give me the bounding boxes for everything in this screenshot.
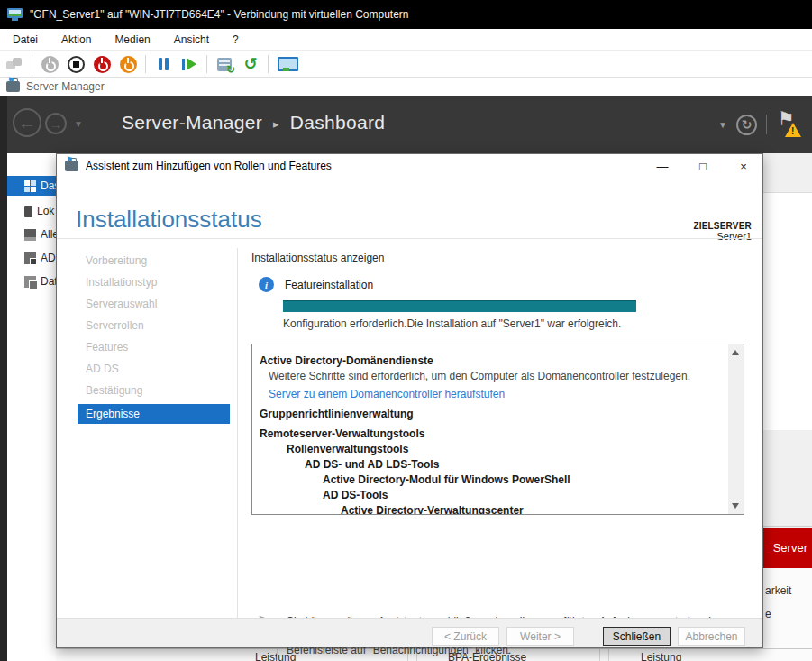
minimize-icon[interactable]: — bbox=[656, 160, 669, 173]
server-manager-icon bbox=[6, 81, 20, 92]
screen: "GFN_Server1" auf "WIN-JTI7TD664E4" - Ve… bbox=[0, 0, 812, 661]
wizard-nav-item: Serverauswahl bbox=[78, 293, 230, 315]
menu-medien[interactable]: Medien bbox=[114, 33, 150, 46]
toolbar-separator bbox=[268, 55, 269, 73]
server-manager-header: ← → ▼ Server-Manager ▸ Dashboard ▼ ↻ ⚑! bbox=[0, 96, 812, 153]
scroll-up-icon[interactable] bbox=[732, 350, 739, 355]
ad-ds-icon bbox=[24, 252, 36, 264]
back-icon[interactable]: ← bbox=[13, 108, 41, 137]
forward-icon[interactable]: → bbox=[45, 113, 67, 134]
dashboard-tile-fragment bbox=[763, 192, 812, 430]
server-manager-sidebar: Das Lok Alle AD Dat bbox=[7, 153, 56, 661]
wizard-titlebar[interactable]: Assistent zum Hinzufügen von Rollen und … bbox=[57, 154, 762, 178]
wizard-nav-item: Features bbox=[78, 336, 230, 358]
notifications-flag-icon[interactable]: ⚑! bbox=[776, 108, 803, 141]
local-server-icon bbox=[24, 206, 32, 217]
progress-message: Konfiguration erforderlich.Die Installat… bbox=[283, 317, 621, 330]
wizard-button-bar: < Zurück Weiter > Schließen Abbrechen bbox=[57, 618, 762, 647]
vm-window-titlebar: "GFN_Server1" auf "WIN-JTI7TD664E4" - Ve… bbox=[0, 0, 812, 29]
wizard-button: < Zurück bbox=[432, 627, 499, 646]
toolbar-separator bbox=[145, 55, 146, 73]
feature-installation-label: Featureinstallation bbox=[285, 279, 373, 291]
close-icon[interactable]: × bbox=[737, 160, 750, 173]
result-item: Remoteserver-Verwaltungstools bbox=[260, 427, 728, 442]
header-separator bbox=[766, 115, 767, 134]
wizard-nav-item: Bestätigung bbox=[78, 380, 230, 401]
maximize-icon[interactable]: □ bbox=[697, 160, 709, 173]
menu-help[interactable]: ? bbox=[233, 33, 239, 46]
result-item[interactable]: Server zu einem Domänencontroller herauf… bbox=[260, 387, 728, 402]
vm-toolbar: ↺ bbox=[0, 51, 812, 78]
scrollbar[interactable] bbox=[728, 344, 744, 514]
result-item: Active Directory-Verwaltungscenter bbox=[260, 503, 728, 514]
result-item: AD DS-Tools bbox=[260, 488, 728, 503]
pause-icon[interactable] bbox=[154, 55, 172, 73]
sidebar-item[interactable]: Dat bbox=[7, 271, 56, 291]
refresh-icon[interactable]: ↻ bbox=[736, 115, 757, 135]
result-item: AD DS- und AD LDS-Tools bbox=[260, 457, 728, 473]
wizard-header: Installationsstatus ZIELSERVER Server1 bbox=[57, 178, 762, 238]
dashboard-background-strip: Server arkeit e bbox=[763, 153, 812, 661]
sidebar-item[interactable]: AD bbox=[7, 248, 56, 268]
wizard-button[interactable]: Schließen bbox=[603, 627, 671, 646]
toolbar-separator bbox=[32, 55, 32, 73]
tile-link-fragment: e bbox=[765, 608, 771, 620]
page-title: Installationsstatus bbox=[76, 206, 262, 234]
server-manager-taskbar-item[interactable]: Server-Manager bbox=[0, 78, 812, 96]
target-server-label: ZIELSERVER bbox=[693, 221, 752, 231]
dashboard-icon bbox=[24, 180, 36, 192]
breadcrumb-separator-icon: ▸ bbox=[273, 115, 279, 131]
sidebar-item-label: Das bbox=[41, 179, 56, 192]
status-label: Installationsstatus anzeigen bbox=[251, 252, 384, 264]
ctrl-alt-del-icon[interactable] bbox=[5, 55, 23, 73]
window-edge bbox=[0, 96, 7, 661]
menu-ansicht[interactable]: Ansicht bbox=[174, 33, 209, 46]
enhanced-session-icon[interactable] bbox=[277, 55, 295, 73]
menu-datei[interactable]: Datei bbox=[13, 33, 38, 46]
manage-caret-icon[interactable]: ▼ bbox=[718, 120, 727, 130]
all-servers-icon bbox=[24, 229, 36, 241]
dashboard-tile-fragment: arkeit e bbox=[763, 568, 812, 661]
wizard-nav-item: Installationstyp bbox=[78, 271, 230, 293]
breadcrumb-current[interactable]: Dashboard bbox=[290, 112, 385, 133]
menu-aktion[interactable]: Aktion bbox=[61, 33, 91, 46]
file-storage-icon bbox=[24, 276, 36, 288]
sidebar-item[interactable]: Das bbox=[7, 176, 56, 196]
vm-menubar: Datei Aktion Medien Ansicht ? bbox=[0, 29, 812, 51]
tile-link-fragment: arkeit bbox=[765, 584, 791, 597]
progress-bar bbox=[283, 300, 636, 312]
wizard-nav-item: AD DS bbox=[78, 358, 230, 380]
sidebar-item-label: Lok bbox=[37, 205, 54, 217]
sidebar-item-label: AD bbox=[41, 252, 56, 264]
results-listbox[interactable]: Active Directory-Domänendienste Weitere … bbox=[251, 344, 744, 515]
vm-connect-icon bbox=[7, 8, 23, 21]
result-item: Active Directory-Modul für Windows Power… bbox=[260, 473, 728, 488]
nav-history-caret-icon[interactable]: ▼ bbox=[74, 119, 83, 129]
wizard-nav-item: Vorbereitung bbox=[78, 250, 230, 271]
turn-off-icon[interactable] bbox=[67, 55, 85, 73]
breadcrumb-root[interactable]: Server-Manager bbox=[122, 112, 262, 133]
red-tile-label: Server bbox=[773, 541, 807, 555]
shut-down-icon[interactable] bbox=[93, 55, 111, 73]
server-manager-taskbar-label: Server-Manager bbox=[26, 80, 105, 93]
save-icon[interactable] bbox=[119, 55, 137, 73]
sidebar-item-label: Alle bbox=[41, 228, 56, 241]
power-start-icon[interactable] bbox=[41, 55, 59, 73]
wizard-nav-item[interactable]: Ergebnisse bbox=[78, 404, 230, 424]
sidebar-item[interactable]: Alle bbox=[7, 225, 56, 244]
result-item: Rollenverwaltungstools bbox=[260, 442, 728, 457]
resume-icon[interactable] bbox=[180, 55, 198, 73]
sidebar-item-label: Dat bbox=[41, 275, 56, 288]
nav-divider bbox=[237, 248, 238, 618]
dashboard-red-tile-header[interactable]: Server bbox=[763, 528, 812, 568]
wizard-nav: Vorbereitung Installationstyp Serverausw… bbox=[78, 250, 230, 424]
checkpoint-icon[interactable] bbox=[215, 55, 233, 73]
breadcrumb: Server-Manager ▸ Dashboard bbox=[122, 112, 385, 133]
scroll-down-icon[interactable] bbox=[732, 503, 739, 509]
revert-icon[interactable]: ↺ bbox=[242, 55, 260, 73]
sidebar-item[interactable]: Lok bbox=[7, 201, 56, 221]
target-server-name: Server1 bbox=[693, 231, 752, 242]
toolbar-separator bbox=[206, 55, 207, 73]
info-icon: i bbox=[259, 277, 274, 292]
wizard-window-title: Assistent zum Hinzufügen von Rollen und … bbox=[86, 160, 332, 172]
